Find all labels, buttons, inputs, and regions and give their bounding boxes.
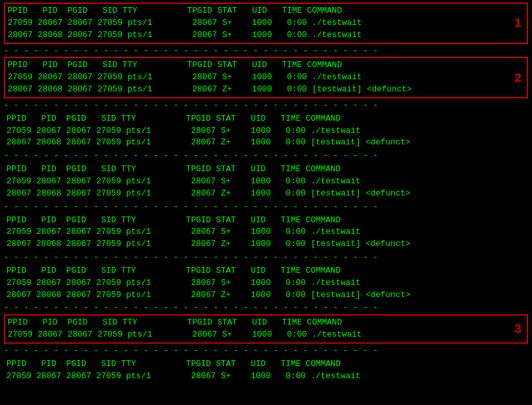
process-line: 27059 28067 28067 27059 pts/1 28067 S+ 1…	[6, 277, 526, 289]
section-divider: - - - - - - - - - - - - - - - - - - - - …	[4, 150, 528, 162]
process-line: PPID PID PGID SID TTY TPGID STAT UID TIM…	[6, 164, 526, 176]
process-group: PPID PID PGID SID TTY TPGID STAT UID TIM…	[4, 213, 528, 252]
process-line: PPID PID PGID SID TTY TPGID STAT UID TIM…	[6, 113, 526, 125]
process-box-2: PPID PID PGID SID TTY TPGID STAT UID TIM…	[4, 57, 528, 98]
process-group: PPID PID PGID SID TTY TPGID STAT UID TIM…	[4, 112, 528, 151]
section-divider: - - - - - - - - - - - - - - - - - - - - …	[4, 345, 528, 357]
box-label-2: 2	[514, 70, 522, 85]
terminal: PPID PID PGID SID TTY TPGID STAT UID TIM…	[0, 0, 532, 405]
process-group: PPID PID PGID SID TTY TPGID STAT UID TIM…	[4, 357, 528, 384]
section-divider: - - - - - - - - - - - - - - - - - - - - …	[4, 100, 528, 112]
process-box-3: PPID PID PGID SID TTY TPGID STAT UID TIM…	[4, 314, 528, 344]
process-line: 27059 28067 28067 27059 pts/1 28067 S+ 1…	[6, 371, 526, 383]
process-line: 27059 28067 28067 27059 pts/1 28067 S+ 1…	[6, 176, 526, 188]
process-line: PPID PID PGID SID TTY TPGID STAT UID TIM…	[8, 59, 524, 72]
box-label-1: 1	[514, 16, 522, 31]
process-line: 27059 28067 28067 27059 pts/1 28067 S+ 1…	[8, 329, 524, 341]
process-line: PPID PID PGID SID TTY TPGID STAT UID TIM…	[8, 317, 524, 329]
process-line: PPID PID PGID SID TTY TPGID STAT UID TIM…	[6, 265, 526, 277]
section-divider: - - - - - - - - - - - - - - - - - - - - …	[4, 45, 528, 57]
process-box-1: PPID PID PGID SID TTY TPGID STAT UID TIM…	[4, 3, 528, 44]
process-line: 28067 28068 28067 27059 pts/1 28067 Z+ 1…	[6, 289, 526, 302]
process-line: 27059 28067 28067 27059 pts/1 28067 S+ 1…	[8, 72, 524, 84]
box-label-3: 3	[514, 322, 522, 337]
process-line: 27059 28067 28067 27059 pts/1 28067 S+ 1…	[8, 17, 524, 29]
process-line: 28067 28068 28067 27059 pts/1 28067 Z+ 1…	[6, 238, 526, 250]
process-line: PPID PID PGID SID TTY TPGID STAT UID TIM…	[6, 358, 526, 371]
process-line: 28067 28068 28067 27059 pts/1 28067 Z+ 1…	[6, 137, 526, 149]
process-line: 28067 28068 28067 27059 pts/1 28067 Z+ 1…	[6, 188, 526, 200]
process-line: PPID PID PGID SID TTY TPGID STAT UID TIM…	[6, 215, 526, 227]
section-divider: - - - - - - - - - - - - - - - - - - - - …	[4, 252, 528, 264]
process-line: PPID PID PGID SID TTY TPGID STAT UID TIM…	[8, 5, 524, 17]
process-line: 27059 28067 28067 27059 pts/1 28067 S+ 1…	[6, 226, 526, 238]
process-line: 27059 28067 28067 27059 pts/1 28067 S+ 1…	[6, 125, 526, 137]
process-line: 28067 28068 28067 27059 pts/1 28067 S+ 1…	[8, 29, 524, 42]
process-group: PPID PID PGID SID TTY TPGID STAT UID TIM…	[4, 162, 528, 201]
section-divider: - - - - - - - - - - - - - - - - - - - - …	[4, 302, 528, 314]
process-line: 28067 28068 28067 27059 pts/1 28067 Z+ 1…	[8, 84, 524, 96]
process-group: PPID PID PGID SID TTY TPGID STAT UID TIM…	[4, 264, 528, 303]
section-divider: - - - - - - - - - - - - - - - - - - - - …	[4, 201, 528, 213]
